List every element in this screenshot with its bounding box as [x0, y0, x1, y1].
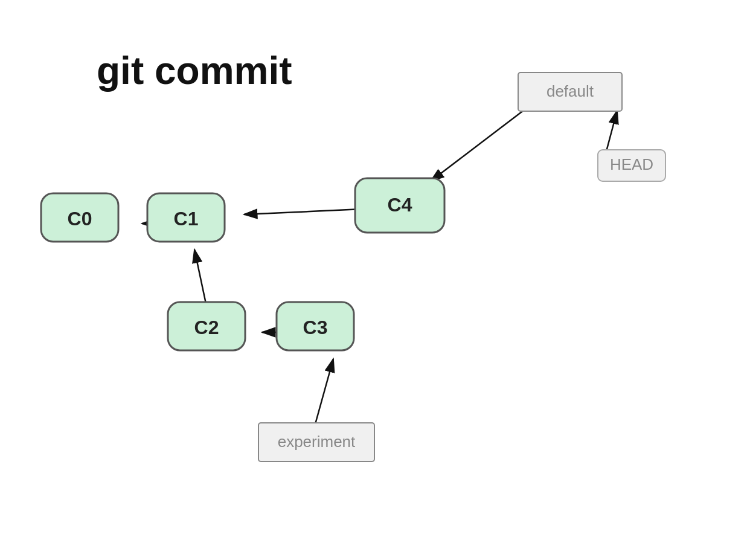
commit-c3: C3 [277, 302, 354, 350]
arrow-default-c4 [431, 110, 524, 181]
commit-c4: C4 [355, 178, 444, 233]
commit-c3-label: C3 [303, 317, 328, 338]
commit-c1-label: C1 [174, 208, 199, 230]
arrow-head-default [605, 111, 617, 156]
git-diagram: C0 C1 C4 C2 C3 default HEAD experiment [0, 0, 747, 560]
commit-c0: C0 [41, 193, 118, 242]
commit-c2-label: C2 [194, 317, 219, 338]
commit-c1: C1 [147, 193, 225, 242]
commit-c0-label: C0 [68, 208, 92, 230]
commit-c2: C2 [168, 302, 245, 350]
ref-default-label: default [547, 82, 594, 100]
commit-c4-label: C4 [388, 194, 412, 216]
ref-head: HEAD [598, 150, 665, 181]
ref-head-label: HEAD [610, 155, 653, 173]
arrow-experiment-c3 [315, 359, 333, 424]
arrow-c2-c1 [194, 249, 207, 309]
ref-experiment: experiment [258, 423, 374, 462]
ref-experiment-label: experiment [278, 433, 356, 451]
ref-default: default [518, 72, 622, 111]
